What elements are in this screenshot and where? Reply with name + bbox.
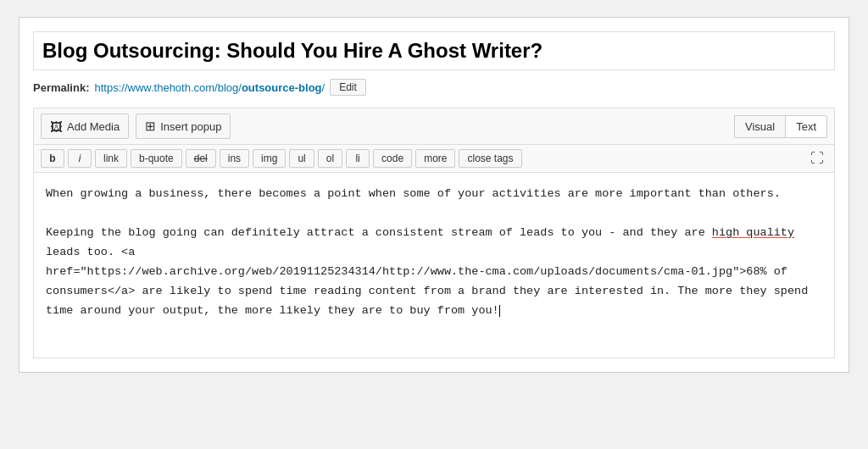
add-media-icon: 🖼	[50, 119, 63, 134]
text-tab-button[interactable]: Text	[785, 115, 827, 138]
format-close-tags-button[interactable]: close tags	[459, 149, 521, 168]
format-italic-button[interactable]: i	[68, 149, 92, 168]
expand-icon[interactable]: ⛶	[807, 149, 827, 168]
permalink-link[interactable]: https://www.thehoth.com/blog/outsource-b…	[94, 81, 325, 94]
format-ol-button[interactable]: ol	[318, 149, 342, 168]
paragraph-2-part1: Keeping the blog going can definitely at…	[46, 226, 712, 239]
content-editor[interactable]: When growing a business, there becomes a…	[33, 172, 835, 358]
format-code-button[interactable]: code	[373, 149, 412, 168]
add-media-label: Add Media	[67, 120, 120, 133]
format-bold-button[interactable]: b	[41, 149, 64, 168]
text-cursor	[499, 305, 500, 317]
paragraph-2-part2: leads too. <a href="https://web.archive.…	[46, 226, 815, 317]
add-media-button[interactable]: 🖼 Add Media	[41, 114, 129, 139]
paragraph-2: Keeping the blog going can definitely at…	[46, 226, 815, 317]
insert-popup-button[interactable]: ⊞ Insert popup	[136, 114, 231, 139]
format-bquote-button[interactable]: b-quote	[131, 149, 182, 168]
editor-container: Permalink: https://www.thehoth.com/blog/…	[19, 17, 849, 373]
permalink-row: Permalink: https://www.thehoth.com/blog/…	[33, 79, 835, 96]
permalink-edit-button[interactable]: Edit	[330, 79, 366, 96]
format-ul-button[interactable]: ul	[289, 149, 314, 168]
format-ins-button[interactable]: ins	[220, 149, 249, 168]
format-toolbar: b i link b-quote del ins img ul ol li co…	[33, 144, 835, 172]
insert-popup-label: Insert popup	[160, 120, 221, 133]
format-img-button[interactable]: img	[253, 149, 286, 168]
main-toolbar: 🖼 Add Media ⊞ Insert popup Visual Text	[33, 108, 835, 144]
toolbar-left: 🖼 Add Media ⊞ Insert popup	[41, 114, 231, 139]
permalink-label: Permalink:	[33, 81, 89, 94]
paragraph-1: When growing a business, there becomes a…	[46, 187, 781, 200]
format-link-button[interactable]: link	[95, 149, 127, 168]
post-title-input[interactable]	[33, 31, 835, 70]
insert-popup-icon: ⊞	[145, 119, 156, 134]
format-more-button[interactable]: more	[415, 149, 455, 168]
paragraph-2-underline: high quality	[712, 226, 794, 239]
toolbar-right: Visual Text	[734, 115, 827, 138]
format-li-button[interactable]: li	[346, 149, 370, 168]
visual-tab-button[interactable]: Visual	[734, 115, 785, 138]
format-del-button[interactable]: del	[186, 149, 216, 168]
